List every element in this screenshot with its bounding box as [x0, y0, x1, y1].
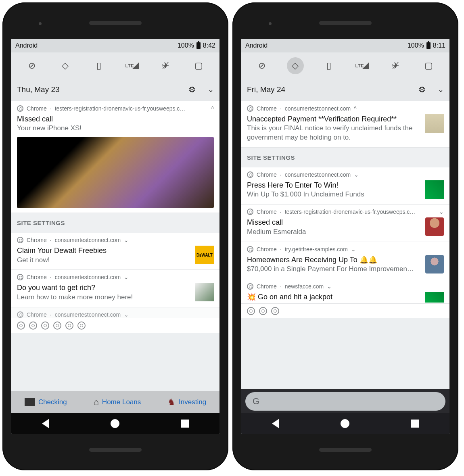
- notification[interactable]: Chrome· consumertestconnect.com ⌄ Claim …: [11, 233, 219, 270]
- nav-home-icon[interactable]: [341, 419, 349, 428]
- nav-back-icon[interactable]: [42, 419, 49, 428]
- notif-app: Chrome: [27, 311, 47, 318]
- battery-pct: 100%: [178, 42, 194, 49]
- notif-sub: Win Up To $1,000 In Unclaimed Funds: [247, 190, 421, 199]
- chrome-icon[interactable]: [29, 322, 37, 330]
- chevron-down-icon[interactable]: ⌄: [439, 209, 444, 215]
- chevron-up-icon[interactable]: ^: [211, 105, 214, 112]
- notification-list[interactable]: Chrome · testers-registration-dronemavic…: [11, 101, 219, 391]
- shade-date: Thu, May 23: [17, 85, 60, 94]
- chevron-down-icon[interactable]: ⌄: [351, 246, 356, 253]
- screen-left: Android 100% 8:42 ⊘ ◇ ▯ LTE ✈̸ ▢ Thu, Ma…: [11, 39, 219, 434]
- chrome-icon: [247, 105, 253, 112]
- chrome-icon[interactable]: [41, 322, 49, 330]
- airplane-icon[interactable]: ✈̸: [157, 57, 174, 74]
- battery-saver-icon[interactable]: ▯: [320, 57, 337, 74]
- notification[interactable]: Chrome· consumertestconnect.com ^ Unacce…: [241, 101, 449, 148]
- thumb-image: [425, 292, 444, 303]
- notification[interactable]: Chrome· newsfacce.com ⌄ 💥 Go on and hit …: [241, 279, 449, 304]
- gear-icon[interactable]: ⚙: [418, 85, 426, 94]
- overflow-chrome-strip[interactable]: [241, 304, 449, 318]
- chrome-icon[interactable]: [17, 322, 25, 330]
- thumb-image: [195, 283, 214, 301]
- nav-back-icon[interactable]: [272, 419, 279, 428]
- notif-title: Press Here To Enter To Win!: [247, 180, 421, 190]
- screen-right: Android 100% 8:11 ⊘ ◇ ▯ LTE ✈̸ ▢ Fri, Ma…: [241, 39, 449, 434]
- card-icon: [25, 398, 35, 406]
- dnd-icon[interactable]: ⊘: [23, 57, 40, 74]
- battery-saver-icon[interactable]: ▯: [90, 57, 107, 74]
- nav-bar: [241, 413, 449, 434]
- tab-investing[interactable]: ♞Investing: [167, 397, 206, 407]
- chevron-down-icon[interactable]: ⌄: [208, 85, 214, 94]
- notification[interactable]: Chrome· consumertestconnect.com ⌄ Press …: [241, 167, 449, 205]
- bank-app-bar: Checking ⌂Home Loans ♞Investing: [11, 391, 219, 413]
- notif-header: Chrome· consumertestconnect.com ⌄: [17, 311, 214, 318]
- notif-sub: $70,000 in a Single Payment For Home Imp…: [247, 265, 421, 274]
- nav-recent-icon[interactable]: [181, 420, 189, 428]
- chrome-icon[interactable]: [247, 307, 255, 315]
- chevron-up-icon[interactable]: ^: [354, 105, 357, 112]
- gear-icon[interactable]: ⚙: [188, 85, 196, 94]
- section-site-settings[interactable]: SITE SETTINGS: [241, 148, 449, 167]
- chevron-down-icon[interactable]: ⌄: [327, 283, 332, 290]
- lte-signal-icon[interactable]: LTE: [353, 57, 370, 74]
- chrome-icon[interactable]: [271, 307, 279, 315]
- notif-site: testers-registration-dronemavic-us-fr.yo…: [55, 105, 208, 112]
- quick-settings[interactable]: ⊘ ◇ ▯ LTE ✈̸ ▢: [241, 52, 449, 79]
- quick-settings[interactable]: ⊘ ◇ ▯ LTE ✈̸ ▢: [11, 52, 219, 79]
- notif-header: Chrome· consumertestconnect.com ⌄: [17, 237, 214, 243]
- cast-icon[interactable]: ▢: [420, 57, 437, 74]
- shade-date-row: Thu, May 23 ⚙ ⌄: [11, 79, 219, 101]
- notif-title: Missed call: [247, 217, 421, 227]
- notif-sub: Get it now!: [17, 256, 191, 265]
- notification[interactable]: Chrome· try.getitfree-samples.com ⌄ Home…: [241, 242, 449, 279]
- chrome-icon[interactable]: [65, 322, 73, 330]
- status-bar: Android 100% 8:11: [241, 39, 449, 52]
- chrome-icon: [247, 246, 253, 253]
- battery-icon: [196, 42, 201, 49]
- overflow-chrome-strip[interactable]: [11, 318, 219, 333]
- shade-date: Fri, May 24: [247, 85, 285, 94]
- chevron-down-icon[interactable]: ⌄: [354, 171, 359, 178]
- notif-app: Chrome: [257, 246, 277, 253]
- chrome-icon[interactable]: [77, 322, 86, 330]
- notif-header: Chrome· consumertestconnect.com ⌄: [17, 274, 214, 280]
- notification[interactable]: Chrome· consumertestconnect.com ⌄ Do you…: [11, 270, 219, 307]
- phone-right: Android 100% 8:11 ⊘ ◇ ▯ LTE ✈̸ ▢ Fri, Ma…: [232, 2, 458, 470]
- camera-dot: [39, 22, 42, 25]
- status-label: Android: [245, 42, 268, 49]
- notif-title: Missed call: [17, 114, 214, 124]
- cast-icon[interactable]: ▢: [190, 57, 207, 74]
- notif-sub: This is your FINAL notice to verify uncl…: [247, 124, 421, 142]
- chrome-icon[interactable]: [259, 307, 267, 315]
- nav-recent-icon[interactable]: [411, 420, 419, 428]
- rotate-icon[interactable]: ◇: [287, 57, 304, 74]
- lte-signal-icon[interactable]: LTE: [123, 57, 140, 74]
- chevron-down-icon[interactable]: ⌄: [124, 311, 129, 318]
- notif-header: Chrome · testers-registration-dronemavic…: [17, 105, 214, 112]
- tab-home-loans[interactable]: ⌂Home Loans: [94, 397, 141, 407]
- rotate-icon[interactable]: ◇: [57, 57, 74, 74]
- google-search-pill[interactable]: G: [245, 392, 445, 411]
- dnd-icon[interactable]: ⊘: [253, 57, 270, 74]
- notification-list[interactable]: Chrome· consumertestconnect.com ^ Unacce…: [241, 101, 449, 389]
- thumb-image: [425, 255, 444, 273]
- chevron-down-icon[interactable]: ⌄: [438, 85, 444, 94]
- chevron-down-icon[interactable]: ⌄: [124, 237, 129, 243]
- notification[interactable]: Chrome· testers-registration-dronemavic-…: [241, 205, 449, 242]
- chrome-icon[interactable]: [53, 322, 61, 330]
- chevron-down-icon[interactable]: ⌄: [124, 274, 129, 280]
- thumb-image: [425, 180, 444, 199]
- chrome-icon: [247, 171, 253, 178]
- notif-site: consumertestconnect.com: [55, 274, 121, 280]
- airplane-icon[interactable]: ✈̸: [387, 57, 404, 74]
- notification[interactable]: Chrome · testers-registration-dronemavic…: [11, 101, 219, 213]
- notif-sub: Medium Esmeralda: [247, 228, 421, 237]
- chrome-icon: [17, 274, 23, 280]
- nav-home-icon[interactable]: [111, 419, 119, 428]
- tab-checking[interactable]: Checking: [25, 398, 67, 406]
- section-site-settings[interactable]: SITE SETTINGS: [11, 213, 219, 233]
- notif-sub: Your new iPhone XS!: [17, 124, 214, 133]
- notification-partial[interactable]: Chrome· consumertestconnect.com ⌄: [11, 307, 219, 318]
